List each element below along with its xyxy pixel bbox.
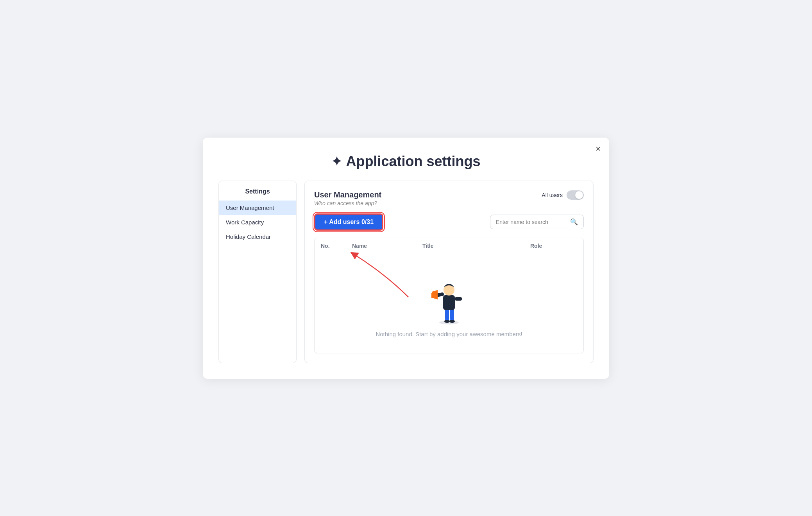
panel-title-group: User Management Who can access the app? bbox=[314, 190, 381, 206]
sidebar-item-work-capacity[interactable]: Work Capacity bbox=[219, 215, 296, 229]
empty-state: Nothing found. Start by adding your awes… bbox=[315, 254, 583, 353]
modal-title: ✦ Application settings bbox=[218, 153, 594, 170]
svg-rect-1 bbox=[445, 309, 449, 321]
col-name: Name bbox=[352, 243, 422, 249]
users-table: No. Name Title Role bbox=[314, 238, 584, 353]
svg-rect-5 bbox=[443, 295, 455, 310]
svg-point-4 bbox=[449, 320, 455, 323]
empty-illustration bbox=[431, 278, 467, 324]
main-panel: User Management Who can access the app? … bbox=[304, 181, 594, 363]
sidebar-item-user-management[interactable]: User Management bbox=[219, 201, 296, 215]
panel-subtitle: Who can access the app? bbox=[314, 200, 381, 206]
arrow-annotation bbox=[338, 250, 424, 301]
application-settings-modal: × ✦ Application settings Settings User M… bbox=[203, 138, 609, 379]
search-icon: 🔍 bbox=[570, 218, 578, 226]
svg-rect-9 bbox=[455, 297, 462, 301]
col-no: No. bbox=[321, 243, 352, 249]
empty-state-text: Nothing found. Start by adding your awes… bbox=[376, 331, 522, 337]
svg-rect-8 bbox=[431, 293, 434, 298]
svg-rect-2 bbox=[450, 309, 454, 321]
add-users-button[interactable]: + Add users 0/31 bbox=[314, 213, 383, 231]
panel-header: User Management Who can access the app? … bbox=[314, 190, 584, 206]
settings-sidebar: Settings User Management Work Capacity H… bbox=[218, 181, 297, 363]
sidebar-item-holiday-calendar[interactable]: Holiday Calendar bbox=[219, 229, 296, 244]
all-users-label: All users bbox=[542, 192, 563, 198]
svg-point-3 bbox=[444, 320, 450, 323]
all-users-toggle[interactable] bbox=[567, 190, 584, 200]
sidebar-title: Settings bbox=[219, 188, 296, 201]
content-area: Settings User Management Work Capacity H… bbox=[218, 181, 594, 363]
col-role: Role bbox=[530, 243, 577, 249]
search-input[interactable] bbox=[496, 219, 567, 225]
title-text: Application settings bbox=[346, 153, 480, 170]
all-users-toggle-group: All users bbox=[542, 190, 584, 200]
actions-row: + Add users 0/31 🔍 bbox=[314, 213, 584, 231]
close-button[interactable]: × bbox=[596, 145, 601, 153]
col-title: Title bbox=[422, 243, 530, 249]
panel-title: User Management bbox=[314, 190, 381, 199]
search-box: 🔍 bbox=[490, 215, 584, 229]
sparkle-icon: ✦ bbox=[331, 154, 342, 169]
